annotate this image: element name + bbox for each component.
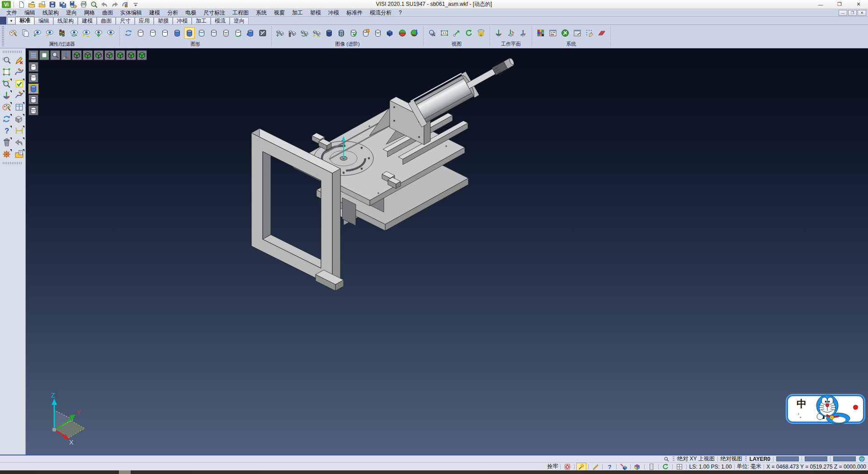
redraw-icon[interactable] [123, 27, 134, 39]
search-icon[interactable] [663, 456, 670, 462]
show-add-icon[interactable] [32, 27, 43, 39]
shade-add-entities-icon[interactable] [275, 27, 286, 39]
workplane-on-entity-icon[interactable] [505, 27, 516, 39]
layer-swatch-3[interactable] [833, 456, 856, 461]
menu-11[interactable]: 尺寸标注 [200, 9, 229, 17]
layer-list-icon[interactable] [647, 463, 656, 470]
save-icon[interactable] [48, 0, 57, 9]
absolute-view-label[interactable]: 绝对视图 [721, 455, 742, 463]
configuration-icon[interactable] [572, 27, 583, 39]
globe-icon[interactable] [859, 455, 865, 462]
solid-navy-cube-icon[interactable] [385, 27, 396, 39]
mdi-minimize-button[interactable]: — [839, 10, 847, 16]
zoom-trace-icon[interactable] [1, 55, 12, 66]
analysis-apply-icon[interactable] [409, 27, 420, 39]
taskbar-button[interactable] [119, 470, 131, 474]
shade-copy-icon[interactable] [245, 27, 256, 39]
solid-info-icon[interactable] [633, 463, 642, 470]
menu-2[interactable]: 编辑 [21, 9, 39, 17]
measure-dimension-icon[interactable] [14, 125, 25, 136]
zoom-extents-icon[interactable] [39, 50, 49, 60]
view-bottom-icon[interactable] [83, 50, 93, 60]
shaded-mode-icon[interactable] [172, 27, 183, 39]
save-as-icon[interactable] [58, 0, 67, 9]
menu-20[interactable]: ? [395, 9, 406, 16]
solid-mesh-icon[interactable] [373, 27, 383, 39]
units-label[interactable]: 单位: 毫米 [737, 463, 762, 470]
tab-应用[interactable]: 应用 [135, 17, 154, 24]
menu-10[interactable]: 电极 [182, 9, 200, 17]
menu-16[interactable]: 塑模 [307, 9, 325, 17]
sidebar-drag-handle[interactable] [3, 51, 23, 53]
mdi-restore-button[interactable]: ❐ [848, 10, 857, 16]
menu-1[interactable]: 文件 [3, 9, 21, 17]
shaded-edges-mode-icon[interactable] [184, 27, 195, 39]
filter-traffic-light-icon[interactable] [57, 27, 67, 39]
zoom-plus-minus-icon[interactable] [1, 78, 12, 89]
tab-尺寸[interactable]: 尺寸 [116, 17, 135, 24]
magic-select-icon[interactable] [577, 463, 586, 470]
tab-建模[interactable]: 建模 [78, 17, 97, 24]
solid-cube-icon[interactable] [14, 114, 25, 124]
solid-verify-icon[interactable] [348, 27, 359, 39]
zoom-dynamic-icon[interactable] [50, 50, 60, 60]
dashed-hidden-mode-icon[interactable] [160, 27, 170, 39]
pan-view-icon[interactable] [451, 27, 462, 39]
shade-refresh-icon[interactable] [299, 27, 310, 39]
hide-all-icon[interactable] [105, 27, 116, 39]
solid-tag-icon[interactable] [360, 27, 371, 39]
view-mode-label[interactable]: 绝对 XY 上视图 [677, 455, 714, 463]
render-hidden-line-icon[interactable] [28, 73, 38, 83]
mdi-close-button[interactable]: ✕ [858, 10, 866, 16]
import-file-icon[interactable] [38, 0, 47, 9]
wcs-axes-icon[interactable] [1, 90, 12, 101]
grid-toggle-icon[interactable] [675, 463, 684, 470]
render-wireframe-icon[interactable] [28, 62, 38, 72]
menu-19[interactable]: 模流分析 [366, 9, 395, 17]
grid-settings-icon[interactable] [596, 27, 607, 39]
menu-8[interactable]: 建模 [146, 9, 164, 17]
file-manager-icon[interactable] [14, 149, 25, 160]
zoom-element-icon[interactable] [427, 27, 438, 39]
color-table-icon[interactable] [535, 27, 546, 39]
regenerate-icon[interactable] [1, 114, 12, 124]
zoom-window-icon[interactable] [1, 66, 12, 77]
analysis-sphere-icon[interactable] [397, 27, 408, 39]
edit-erase-icon[interactable] [14, 55, 25, 66]
view-top-icon[interactable] [72, 50, 82, 60]
tab-逆向[interactable]: 逆向 [230, 17, 249, 24]
solid-striped-icon[interactable] [336, 27, 347, 39]
3d-viewport[interactable]: Z Y X 中 ’。 [26, 48, 868, 455]
show-all-icon[interactable] [93, 27, 104, 39]
context-help-icon[interactable]: ? [605, 463, 614, 470]
menu-9[interactable]: 分析 [164, 9, 182, 17]
sidebar-drag-handle-bottom[interactable] [3, 162, 23, 164]
shade-update-icon[interactable] [233, 27, 244, 39]
spline-create-icon[interactable] [14, 66, 25, 77]
print-icon[interactable] [79, 0, 88, 9]
tab-冲模[interactable]: 冲模 [173, 17, 192, 24]
brush-gold-icon[interactable] [591, 463, 600, 470]
ime-toolbar[interactable]: 中 ’。 [787, 395, 864, 423]
snap-lock-icon[interactable] [563, 463, 572, 470]
redo-icon[interactable] [110, 0, 119, 9]
curve-edit-icon[interactable] [14, 90, 25, 101]
close-button[interactable]: ✕ [849, 0, 868, 9]
copy-attributes-icon[interactable] [20, 27, 31, 39]
menu-18[interactable]: 标准件 [343, 9, 366, 17]
window-grid-icon[interactable] [14, 102, 25, 113]
delete-entity-icon[interactable] [1, 137, 12, 148]
tab-编辑[interactable]: 编辑 [34, 17, 53, 24]
selection-check-icon[interactable] [14, 78, 25, 89]
save-all-icon[interactable] [69, 0, 78, 9]
menu-17[interactable]: 冲模 [325, 9, 343, 17]
navigation-wheel-icon[interactable] [1, 149, 12, 160]
customize-dropdown-icon[interactable] [131, 0, 140, 9]
view-orientation-icon[interactable] [476, 27, 486, 39]
show-refresh-icon[interactable] [69, 27, 80, 39]
history-icon[interactable] [121, 0, 130, 9]
menu-3[interactable]: 线架构 [39, 9, 62, 17]
shade-traffic-light-icon[interactable] [287, 27, 298, 39]
layer-swatch-1[interactable] [776, 456, 799, 461]
print-preview-icon[interactable] [90, 0, 99, 9]
